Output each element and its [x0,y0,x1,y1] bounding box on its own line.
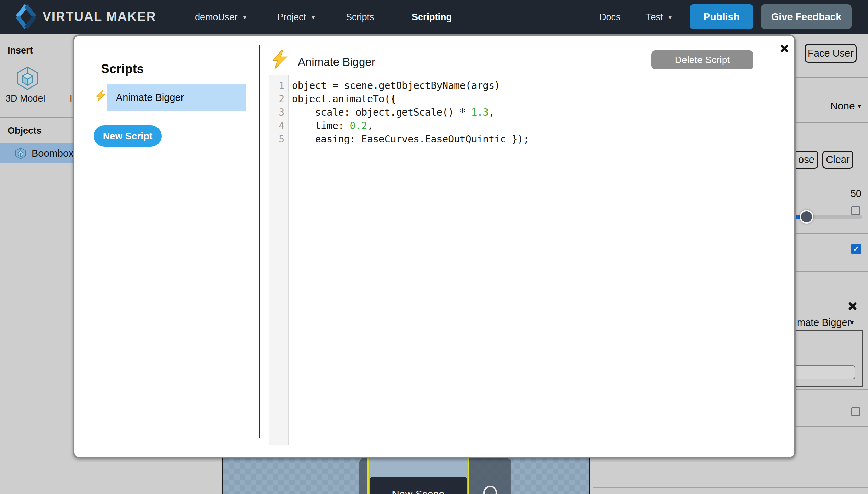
user-menu[interactable]: demoUser ▾ [195,0,246,34]
scripts-panel-title: Scripts [101,62,144,76]
code-gutter: 12345 [269,75,289,445]
test-menu[interactable]: Test ▾ [646,0,672,34]
checkbox-unchecked[interactable] [851,206,860,215]
scene-node-label: New Scene [370,477,467,494]
scene-canvas[interactable]: New Scene [222,458,590,494]
remove-action-icon[interactable] [848,301,857,311]
script-list-item[interactable]: Animate Bigger [107,84,246,111]
new-script-button[interactable]: New Script [94,125,162,147]
panel-divider [796,122,868,123]
navbar: VIRTUAL MAKER demoUser ▾ Project ▾ Scrip… [0,0,868,34]
objects-section-title: Objects [8,126,42,136]
none-dropdown-value[interactable]: None [830,100,855,112]
app-screen: VIRTUAL MAKER demoUser ▾ Project ▾ Scrip… [0,0,868,494]
object-row-label: Boombox [32,148,74,159]
nav-docs-link[interactable]: Docs [599,0,621,34]
editor-title: Animate Bigger [298,56,375,69]
choose-button-clipped[interactable]: ose [796,151,818,169]
publish-button[interactable]: Publish [690,4,753,29]
slider-value: 50 [850,188,861,199]
close-icon[interactable] [779,44,789,53]
panel-divider [796,426,868,427]
clear-button[interactable]: Clear [822,151,853,169]
panel-divider [796,233,868,234]
chevron-down-icon: ▾ [243,13,247,21]
chevron-down-icon[interactable]: ▾ [858,102,861,110]
code-lines[interactable]: object = scene.getObjectByName(args)obje… [292,79,529,146]
panel-divider [796,271,868,272]
insert-item-3d-model[interactable]: 3D Model [5,93,45,104]
lightning-icon [270,49,290,71]
slider-thumb[interactable] [800,210,813,224]
insert-item-clipped[interactable]: I [70,93,72,104]
panel-divider [796,389,868,390]
chevron-down-icon: ▾ [669,13,672,21]
args-input[interactable] [796,365,855,379]
give-feedback-button[interactable]: Give Feedback [761,4,852,29]
scene-node-card[interactable]: New Scene [367,458,469,494]
script-list-item-label: Animate Bigger [116,92,184,103]
3d-model-icon [15,66,40,92]
face-user-button[interactable]: Face User [805,44,857,63]
project-menu[interactable]: Project ▾ [277,0,315,34]
chevron-down-icon: ▾ [312,13,315,21]
script-select-clipped[interactable]: mate Bigger [797,317,851,328]
logo-icon [15,4,37,31]
chevron-down-icon[interactable]: ▾ [850,318,854,327]
insert-section-title: Insert [8,45,33,56]
lightning-icon [95,90,107,103]
nav-scripting-link[interactable]: Scripting [412,0,452,34]
nav-scripts-link[interactable]: Scripts [346,0,374,34]
delete-script-button[interactable]: Delete Script [651,50,753,69]
panel-divider [796,77,868,78]
scripts-modal: Scripts Animate Bigger New Script Animat… [73,34,796,458]
checkbox-unchecked[interactable] [851,407,860,416]
checkbox-checked[interactable]: ✓ [851,244,861,254]
pane-divider [259,45,260,438]
brand-title: VIRTUAL MAKER [43,10,156,24]
cube-icon [14,147,27,161]
bottom-panel-divider [593,487,868,488]
